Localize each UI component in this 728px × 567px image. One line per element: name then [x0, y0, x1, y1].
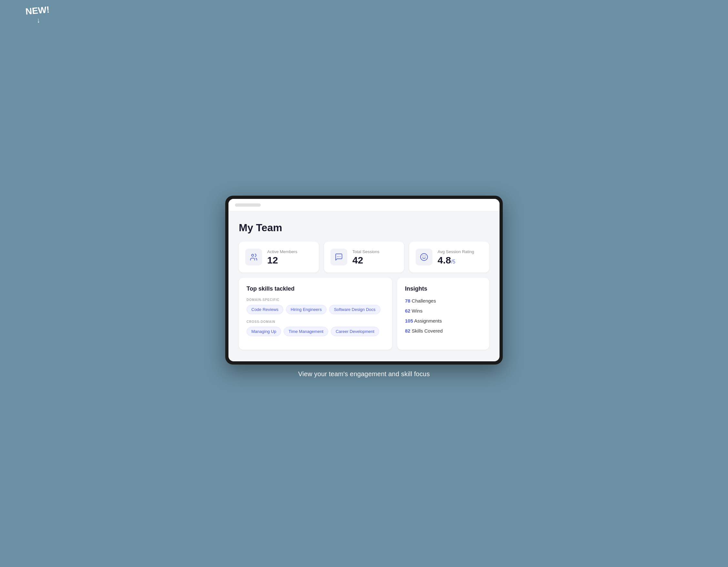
tag-software-design-docs[interactable]: Software Design Docs: [329, 305, 380, 314]
smile-icon-wrap: [416, 248, 432, 265]
total-sessions-value: 42: [352, 255, 379, 265]
domain-tags-row: Code Reviews Hiring Engineers Software D…: [247, 305, 384, 314]
active-members-info: Active Members 12: [267, 249, 297, 265]
cross-tags-row: Managing Up Time Management Career Devel…: [247, 327, 384, 336]
top-bar-pill: [235, 203, 261, 207]
total-sessions-info: Total Sessions 42: [352, 249, 379, 265]
domain-label: DOMAIN-SPECIFIC: [247, 298, 384, 302]
tag-code-reviews[interactable]: Code Reviews: [247, 305, 283, 314]
skills-card: Top skills tackled DOMAIN-SPECIFIC Code …: [239, 278, 392, 350]
active-members-value: 12: [267, 255, 297, 265]
active-members-label: Active Members: [267, 249, 297, 254]
tag-time-management[interactable]: Time Management: [284, 327, 328, 336]
footer-text: View your team's engagement and skill fo…: [298, 370, 430, 378]
tag-hiring-engineers[interactable]: Hiring Engineers: [286, 305, 327, 314]
svg-point-1: [339, 256, 339, 257]
insight-assignments: 105 Assignments: [405, 318, 481, 324]
tag-career-development[interactable]: Career Development: [331, 327, 379, 336]
device-frame: My Team Active Members 12: [225, 196, 503, 365]
insight-skills-covered: 82 Skills Covered: [405, 328, 481, 334]
bottom-row: Top skills tackled DOMAIN-SPECIFIC Code …: [239, 278, 489, 350]
smile-icon: [420, 253, 428, 261]
top-bar: [228, 199, 500, 211]
device-screen: My Team Active Members 12: [228, 199, 500, 361]
chat-icon: [335, 253, 343, 261]
insight-wins: 62 Wins: [405, 308, 481, 314]
page-title: My Team: [239, 222, 489, 234]
users-icon: [249, 253, 258, 261]
new-badge: NEW! ↓: [25, 5, 51, 25]
insights-card: Insights 78 Challenges 62 Wins 105 Assig…: [397, 278, 489, 350]
tag-managing-up[interactable]: Managing Up: [247, 327, 281, 336]
chat-icon-wrap: [330, 248, 347, 265]
avg-rating-label: Avg Session Rating: [438, 249, 474, 254]
avg-rating-info: Avg Session Rating 4.8/5: [438, 249, 474, 265]
svg-point-0: [252, 254, 254, 256]
main-content: My Team Active Members 12: [228, 211, 500, 361]
stats-row: Active Members 12: [239, 241, 489, 272]
total-sessions-card: Total Sessions 42: [324, 241, 404, 272]
avg-rating-value: 4.8/5: [438, 255, 474, 265]
svg-point-2: [337, 256, 338, 257]
total-sessions-label: Total Sessions: [352, 249, 379, 254]
insights-title: Insights: [405, 286, 481, 292]
svg-point-4: [420, 253, 428, 260]
insight-challenges: 78 Challenges: [405, 298, 481, 304]
svg-point-3: [340, 256, 340, 257]
cross-domain-label: CROSS-DOMAIN: [247, 320, 384, 324]
active-members-card: Active Members 12: [239, 241, 319, 272]
skills-title: Top skills tackled: [247, 286, 384, 292]
avg-rating-card: Avg Session Rating 4.8/5: [409, 241, 489, 272]
users-icon-wrap: [245, 248, 262, 265]
